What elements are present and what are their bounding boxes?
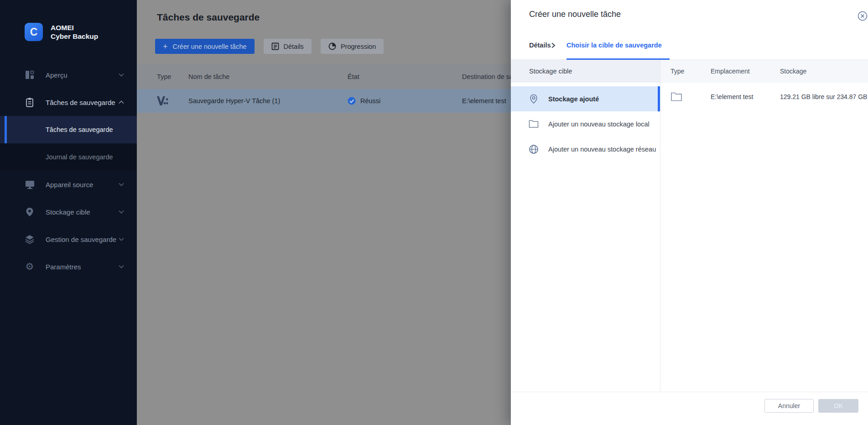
storage-nav: Stockage ajouté Ajouter un nouveau stock… — [511, 86, 660, 162]
create-task-button[interactable]: + Créer une nouvelle tâche — [155, 39, 255, 54]
sidebar-subitem-label: Tâches de sauvegarde — [46, 126, 113, 133]
toolbar: + Créer une nouvelle tâche Détails Progr… — [155, 39, 384, 54]
brand-name: AOMEI Cyber Backup — [51, 23, 98, 41]
cancel-button[interactable]: Annuler — [764, 399, 814, 413]
sidebar-item-label: Paramètres — [46, 263, 81, 271]
panel-title: Créer une nouvelle tâche — [529, 10, 621, 19]
tab-details[interactable]: Détails — [529, 42, 551, 49]
sidebar-item-stockage-cible[interactable]: Stockage cible — [0, 198, 137, 226]
tab-choisir-cible[interactable]: Choisir la cible de sauvegarde — [567, 42, 662, 49]
layers-icon — [25, 235, 35, 244]
storage-nav-header: Stockage cible — [511, 60, 660, 83]
storage-emplacement-value: E:\element test — [711, 84, 753, 109]
storage-column-type: Type — [670, 60, 684, 83]
sidebar-subitem-journal-sauvegarde[interactable]: Journal de sauvegarde — [0, 143, 137, 171]
storage-stockage-value: 129.21 GB libre sur 234.87 GB — [780, 84, 867, 109]
details-icon — [271, 42, 279, 50]
chevron-down-icon — [119, 237, 124, 241]
sidebar-item-gestion-sauvegarde[interactable]: Gestion de sauvegarde — [0, 226, 137, 253]
storage-column-emplacement: Emplacement — [711, 60, 750, 83]
monitor-icon — [25, 180, 35, 189]
chevron-down-icon — [119, 183, 124, 186]
sidebar-item-taches-sauvegarde[interactable]: Tâches de sauvegarde — [0, 89, 137, 116]
task-name: Sauvegarde Hyper-V Tâche (1) — [188, 89, 280, 113]
brand: C AOMEI Cyber Backup — [25, 23, 98, 41]
footer-divider — [511, 392, 868, 392]
details-label: Détails — [284, 43, 304, 50]
sidebar-subitem-taches-sauvegarde[interactable]: Tâches de sauvegarde — [0, 116, 137, 143]
chevron-down-icon — [119, 265, 124, 268]
app-window: C AOMEI Cyber Backup Aperçu Tâches d — [0, 0, 868, 425]
storage-nav-item-label: Ajouter un nouveau stockage réseau — [548, 146, 656, 153]
sidebar-submenu: Tâches de sauvegarde Journal de sauvegar… — [0, 116, 137, 171]
sidebar-item-label: Tâches de sauvegarde — [46, 99, 115, 106]
sidebar-nav: Aperçu Tâches de sauvegarde Tâches de sa… — [0, 61, 137, 280]
task-status-label: Réussi — [360, 97, 380, 105]
column-header-status: État — [348, 64, 359, 89]
sidebar-item-label: Gestion de sauvegarde — [46, 236, 116, 243]
app-logo-icon: C — [25, 23, 43, 41]
globe-icon — [528, 144, 539, 154]
storage-nav-header-label: Stockage cible — [529, 68, 572, 75]
progress-pie-icon — [328, 42, 336, 50]
pin-outline-icon — [528, 94, 539, 104]
sidebar-subitem-label: Journal de sauvegarde — [46, 153, 113, 161]
task-destination: E:\element test — [462, 89, 506, 113]
brand-line2: Cyber Backup — [51, 32, 98, 41]
hyperv-task-icon — [157, 89, 169, 113]
chevron-up-icon — [119, 100, 124, 104]
sidebar-item-label: Stockage cible — [46, 208, 90, 216]
ok-button[interactable]: OK — [818, 399, 858, 413]
column-header-name: Nom de tâche — [188, 64, 229, 89]
storage-table-row[interactable]: E:\element test 129.21 GB libre sur 234.… — [660, 84, 868, 109]
close-icon[interactable] — [858, 11, 868, 21]
gear-icon: ⚙ — [25, 262, 35, 271]
breadcrumb-chevron-icon — [551, 42, 556, 48]
sidebar-item-appareil-source[interactable]: Appareil source — [0, 171, 137, 198]
storage-nav-item-reseau[interactable]: Ajouter un nouveau stockage réseau — [511, 136, 660, 162]
plus-icon: + — [163, 43, 168, 50]
dashboard-icon — [25, 70, 35, 79]
column-header-type: Type — [157, 64, 171, 89]
sidebar-item-label: Appareil source — [46, 181, 93, 189]
storage-nav-item-local[interactable]: Ajouter un nouveau stockage local — [511, 111, 660, 136]
location-pin-icon — [25, 207, 35, 217]
storage-table-header: Type Emplacement Stockage — [660, 60, 868, 83]
sidebar-item-label: Aperçu — [46, 71, 68, 79]
folder-icon — [528, 120, 539, 128]
folder-icon — [670, 84, 682, 109]
storage-nav-item-ajoute[interactable]: Stockage ajouté — [511, 86, 660, 111]
storage-column-stockage: Stockage — [780, 60, 806, 83]
sidebar-item-apercu[interactable]: Aperçu — [0, 61, 137, 89]
progression-label: Progression — [341, 43, 376, 50]
details-button[interactable]: Détails — [264, 39, 312, 54]
success-check-icon — [348, 97, 356, 105]
storage-nav-item-label: Ajouter un nouveau stockage local — [548, 121, 650, 128]
create-task-label: Créer une nouvelle tâche — [173, 43, 247, 50]
chevron-down-icon — [119, 210, 124, 214]
brand-line1: AOMEI — [51, 23, 98, 32]
panel-vertical-divider — [660, 60, 660, 392]
sidebar: C AOMEI Cyber Backup Aperçu Tâches d — [0, 0, 137, 425]
chevron-down-icon — [119, 73, 124, 77]
sidebar-item-parametres[interactable]: ⚙ Paramètres — [0, 253, 137, 280]
create-task-panel: Créer une nouvelle tâche Détails Choisir… — [511, 0, 868, 425]
storage-nav-item-label: Stockage ajouté — [548, 95, 599, 103]
task-status: Réussi — [348, 89, 380, 113]
progression-button[interactable]: Progression — [321, 39, 384, 54]
page-title: Tâches de sauvegarde — [157, 12, 260, 23]
clipboard-icon — [25, 98, 35, 107]
